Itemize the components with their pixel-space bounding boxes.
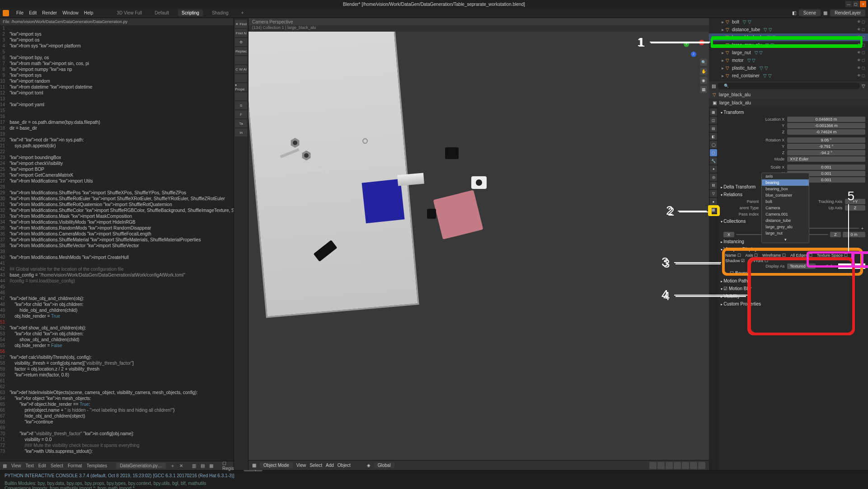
dropdown-item[interactable]: bearing_box xyxy=(762,186,809,192)
coll-z[interactable]: Z xyxy=(830,232,841,237)
editor-menu-select[interactable]: Select xyxy=(51,463,63,468)
section-transform[interactable]: Transform xyxy=(721,108,865,116)
dropdown-item[interactable]: axis xyxy=(762,173,809,179)
parent-type-dropdown[interactable]: axis bearing bearing_box blue_container … xyxy=(761,173,809,243)
dropdown-item[interactable]: Camera.001 xyxy=(762,211,809,217)
rotation-z-field[interactable]: -94.2 ° xyxy=(787,150,865,155)
outliner-item[interactable]: ▸▽motor▽ ▽👁 ▢ xyxy=(709,56,868,64)
close-button[interactable]: ✕ xyxy=(860,1,866,7)
tab-mesh-icon[interactable]: ▽ xyxy=(710,190,717,197)
workspace-tab-scripting[interactable]: Scripting xyxy=(178,9,203,16)
editor-menu-view[interactable]: View xyxy=(11,463,21,468)
find-panel-button[interactable]: Find N xyxy=(235,29,247,37)
find-panel-button[interactable]: Ta xyxy=(235,119,247,127)
tab-object-icon[interactable]: ▢ xyxy=(710,149,717,156)
orientation-icon[interactable]: ◈ xyxy=(367,463,371,468)
tab-particle-icon[interactable]: ✦ xyxy=(710,165,717,173)
location-y-field[interactable]: -0.001366 m xyxy=(787,123,865,128)
section-visibility[interactable]: Visibility xyxy=(721,292,865,300)
visibility-toggle-icon[interactable]: 👁 ▢ xyxy=(857,51,865,55)
tab-modifier-icon[interactable]: 🔧 xyxy=(710,157,717,165)
vd-shadow[interactable]: Shadow ☑ xyxy=(725,259,745,263)
text-editor[interactable]: 1234567891011121314151617181920212223242… xyxy=(0,25,234,461)
dropdown-item[interactable]: bearing xyxy=(762,179,809,186)
up-axis-selector[interactable]: Z xyxy=(845,205,865,211)
find-panel-button[interactable]: C W Al xyxy=(235,65,247,73)
hand-icon[interactable]: ✋ xyxy=(700,68,707,75)
coll-x[interactable]: X xyxy=(723,232,734,237)
visibility-toggle-icon[interactable]: 👁 ▢ xyxy=(857,35,865,39)
find-panel-button[interactable]: ⚙ xyxy=(235,38,247,46)
scale-x-field[interactable]: 0.001 xyxy=(787,165,865,170)
workspace-tab-3dview[interactable]: 3D View Full xyxy=(113,9,145,16)
mode-selector[interactable]: Object Mode xyxy=(260,462,293,468)
section-viewport-display[interactable]: Viewport Display xyxy=(721,245,865,253)
script-x-icon[interactable]: ✕ xyxy=(179,463,183,468)
visibility-toggle-icon[interactable]: 👁 ▢ xyxy=(857,43,865,47)
color-swatch[interactable] xyxy=(838,263,865,269)
dropdown-item[interactable]: large_grey_alu xyxy=(762,224,809,230)
location-z-field[interactable]: -0.74624 m xyxy=(787,129,865,135)
editor-menu-edit[interactable]: Edit xyxy=(38,463,46,468)
tab-physics-icon[interactable]: ◎ xyxy=(710,174,717,181)
dropdown-item[interactable]: bolt xyxy=(762,198,809,205)
script-plus-icon[interactable]: ＋ xyxy=(170,463,175,469)
rotation-x-field[interactable]: 9.05 ° xyxy=(787,137,865,143)
script-name-selector[interactable]: DataGeneration.py… xyxy=(116,463,166,469)
tab-render-icon[interactable]: ▦ xyxy=(710,108,717,116)
toggle-1-icon[interactable]: ▥ xyxy=(192,463,196,468)
tab-scene-icon[interactable]: ◧ xyxy=(710,133,717,140)
python-console[interactable]: PYTHON INTERACTIVE CONSOLE 3.7.4 (defaul… xyxy=(0,470,868,489)
prop-mesh-name[interactable]: large_black_alu xyxy=(719,100,751,105)
section-bounds[interactable]: ☐ Bounds xyxy=(721,269,865,277)
outliner-item[interactable]: ▸▽plastic_tube▽ ▽👁 ▢ xyxy=(709,64,868,72)
maximize-button[interactable]: ▢ xyxy=(853,1,859,7)
find-panel-button[interactable]: In xyxy=(235,128,247,136)
visibility-toggle-icon[interactable]: 👁 ▢ xyxy=(857,20,865,24)
outliner-item[interactable]: ▸▽large_grey_alu▽ ▽👁 ▢ xyxy=(709,41,868,49)
zoom-icon[interactable]: 🔍 xyxy=(700,59,707,66)
vp-menu-object[interactable]: Object xyxy=(338,463,351,468)
visibility-toggle-icon[interactable]: 👁 ▢ xyxy=(857,28,865,32)
renderlayer-selector[interactable]: RenderLayer xyxy=(830,9,865,16)
navigation-gizmo[interactable]: X Y Z xyxy=(681,35,705,60)
menu-window[interactable]: Window xyxy=(62,10,79,15)
visibility-toggle-icon[interactable]: 👁 ▢ xyxy=(857,74,865,78)
editor-area-icon[interactable]: ▦ xyxy=(3,463,7,468)
dropdown-item[interactable]: Camera xyxy=(762,205,809,211)
outliner-item[interactable]: ▸▽bolt▽ ▽👁 ▢ xyxy=(709,18,868,26)
dropdown-more-icon[interactable]: ▾ xyxy=(762,236,809,243)
vd-alledges[interactable]: All Edges ☐ xyxy=(790,253,812,258)
menu-render[interactable]: Render xyxy=(42,10,57,15)
visibility-toggle-icon[interactable]: 👁 ▢ xyxy=(857,66,865,70)
outliner-item[interactable]: ▸▽large_black_alu▽ ▽👁 ▢ xyxy=(709,33,868,41)
overlay-icon[interactable] xyxy=(657,462,665,469)
scene-selector[interactable]: Scene xyxy=(799,9,821,16)
tab-output-icon[interactable]: ◫ xyxy=(710,117,717,124)
workspace-tab-shading[interactable]: Shading xyxy=(208,9,232,16)
find-panel-button[interactable] xyxy=(235,92,247,100)
menu-edit[interactable]: Edit xyxy=(29,10,37,15)
camera-view-icon[interactable]: ◉ xyxy=(700,77,707,84)
overlay-icon[interactable] xyxy=(649,462,657,469)
shading-wire-icon[interactable] xyxy=(674,462,681,469)
toggle-2-icon[interactable]: ▤ xyxy=(201,463,205,468)
outliner-item[interactable]: ▸▽red_container▽ ▽👁 ▢ xyxy=(709,72,868,80)
find-panel-button[interactable]: S xyxy=(235,101,247,109)
rotation-y-field[interactable]: -9.791 ° xyxy=(787,144,865,149)
workspace-tab-add[interactable]: + xyxy=(238,9,248,16)
menu-help[interactable]: Help xyxy=(84,10,94,15)
rotation-mode-selector[interactable]: XYZ Euler xyxy=(787,156,865,162)
find-panel-button[interactable]: ▾ Prope xyxy=(235,83,247,91)
tab-viewlayer-icon[interactable]: ▤ xyxy=(710,125,717,132)
visibility-toggle-icon[interactable]: 👁 ▢ xyxy=(857,58,865,62)
outliner[interactable]: ▸▽bolt▽ ▽👁 ▢▸▽distance_tube▽ ▽👁 ▢▸▽large… xyxy=(709,18,868,81)
editor-type-icon[interactable]: ▦ xyxy=(252,463,256,468)
toggle-3-icon[interactable]: ▦ xyxy=(209,463,213,468)
orientation-selector[interactable]: Global xyxy=(374,462,394,468)
outliner-search-input[interactable] xyxy=(718,83,860,89)
menu-file[interactable]: File xyxy=(16,10,23,15)
tab-texture-icon[interactable]: ▩ xyxy=(710,206,717,213)
editor-menu-text[interactable]: Text xyxy=(26,463,34,468)
tab-world-icon[interactable]: ◯ xyxy=(710,141,717,148)
